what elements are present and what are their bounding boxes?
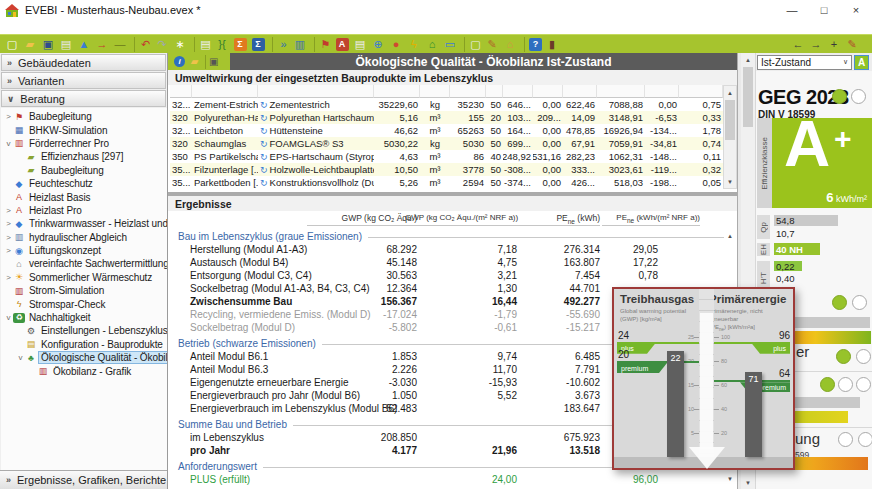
tree-item-nachhaltigkeit[interactable]: v ♻ Nachhaltigkeit [1,311,167,324]
tree-item-konfiguration-bauprodukte[interactable]: ▤ Konfiguration - Bauprodukte [1,338,167,351]
tree-item-heizlast-pro[interactable]: > A Heizlast Pro [1,204,167,217]
add-variant-icon[interactable]: + [826,37,842,52]
column-header[interactable] [420,85,450,98]
import-icon[interactable]: ▲ [76,37,92,52]
house-icon[interactable]: ⌂ [424,37,440,52]
chart-edit-icon[interactable]: ✎ [484,37,500,52]
maximize-button[interactable]: □ [808,0,840,20]
scroll-up-icon[interactable]: ▲ [741,53,755,66]
tree-item-hydraulischer-abgleich[interactable]: > ▥ hydraulischer Abgleich [1,231,167,244]
column-header[interactable] [170,85,192,98]
tree-expander[interactable]: v [16,353,25,362]
report-icon[interactable]: ▤ [194,37,212,52]
tree-item-heizlast-basis[interactable]: A Heizlast Basis [1,190,167,203]
column-header[interactable] [503,85,533,98]
tree-item-trinkwarmwasser[interactable]: > ◆ Trinkwarmwasser - Heizlast und Bedar… [1,217,167,230]
notes-icon[interactable]: ▤ [352,37,368,52]
column-header[interactable] [597,85,645,98]
tree-expander[interactable]: > [4,233,13,242]
tree-expander[interactable]: v [4,313,13,322]
monitor-icon[interactable]: ▭ [442,37,458,52]
tree-item-stromspar-check[interactable]: ϟ Stromspar-Check [1,297,167,310]
table-row[interactable]: 32... Zement-Estrich ↻Zementestrich 3522… [170,98,723,111]
class-a-button[interactable]: A [854,55,869,70]
open-folder-icon[interactable]: ▰ [22,37,38,52]
close-button[interactable]: × [840,0,872,20]
chart-list-icon[interactable]: ▥ [292,37,308,52]
minimize-button[interactable]: — [776,0,808,20]
back-icon[interactable]: ← [790,37,806,52]
help-icon[interactable]: ? [524,37,542,52]
tree-expander[interactable]: > [4,273,13,282]
wand-icon[interactable]: ∗ [172,37,188,52]
export-folder-icon[interactable]: ▰ [187,55,202,69]
tree-item-bhkw-simulation[interactable]: ▦ BHKW-Simulation [1,123,167,136]
scroll-up-icon[interactable]: ▲ [723,229,737,242]
table-row[interactable]: 35... Parkettboden [...] ↻Konstruktionsv… [170,176,723,189]
tree-item-feuchteschutz[interactable]: ◆ Feuchteschutz [1,177,167,190]
tree-item-einstellungen-lebenszyklus[interactable]: ⚙ Einstellungen - Lebenszyklus [1,324,167,337]
flow-icon[interactable]: » [272,37,290,52]
tree-item-oekologische-qualitaet[interactable]: v ♣ Ökologische Qualität - Ökobilanz [1,351,167,364]
flag-icon[interactable]: ⚑ [314,37,332,52]
tree-expander[interactable]: > [4,246,13,255]
table-row[interactable]: 320 Polyurethan-Ha... ↻Polyurethan Harts… [170,111,723,124]
sum-orange-icon[interactable]: Σ [232,37,248,52]
more-icon[interactable]: — [112,37,128,52]
copy-icon[interactable]: ▤ [58,37,74,52]
table-row[interactable]: 350 PS Partikelschaum ↻EPS-Hartschaum (S… [170,150,723,163]
lca-benchmark-popup[interactable]: Treibhausgas Global warming potential(GW… [612,287,795,470]
column-header[interactable] [533,85,563,98]
column-header[interactable] [374,85,420,98]
scroll-down-icon[interactable]: ▼ [724,175,736,188]
sum-blue-icon[interactable]: Σ [250,37,266,52]
tree-expander[interactable]: > [4,112,13,121]
save-icon[interactable]: ▣ [40,37,56,52]
sidebar-section-beratung[interactable]: ∨ Beratung [1,90,166,107]
tree-expander[interactable]: > [4,219,13,228]
tree-item-lueftungskonzept[interactable]: > ◉ Lüftungskonzept [1,244,167,257]
redo-icon[interactable]: ↷ [154,37,170,52]
sidebar-section-ergebnisse[interactable]: » Ergebnisse, Grafiken, Berichte [0,470,167,489]
window-icon[interactable]: ▢ [464,37,482,52]
scroll-down-icon[interactable]: ▼ [723,472,737,485]
exit-icon[interactable]: ▮ [544,37,560,52]
new-file-icon[interactable]: ▢ [4,37,20,52]
bolt-icon[interactable]: ϟ [406,37,422,52]
tree-item-baubegleitung[interactable]: > ⚑ Baubegleitung [1,110,167,123]
tree-expander[interactable]: v [4,139,13,148]
table-row[interactable]: 35... Filzunterlage [...] ↻Holzwolle-Lei… [170,163,723,176]
sidebar-section-gebaeudedaten[interactable]: » Gebäudedaten [1,54,166,71]
column-header[interactable] [450,85,486,98]
column-header[interactable] [679,85,723,98]
tree-expander[interactable]: > [4,206,13,215]
column-header[interactable] [563,85,597,98]
sidebar-section-varianten[interactable]: » Varianten [1,72,166,89]
edit-variant-icon[interactable]: ✎ [844,37,860,52]
tree-item-sachwertermittlung[interactable]: ⌂ vereinfachte Sachwertermittlung [1,257,167,270]
export-icon[interactable]: → [94,37,110,52]
dot-icon[interactable]: ● [388,37,404,52]
column-header[interactable] [486,85,503,98]
globe-icon[interactable]: ⊕ [370,37,386,52]
tree-item-oekobilanz-grafik[interactable]: ▥ Ökobilanz - Grafik [1,364,167,377]
tree-item-strom-simulation[interactable]: ▥ Strom-Simulation [1,284,167,297]
tree-item-foerderrechner-pro[interactable]: v ▥ Förderrechner Pro [1,137,167,150]
tree-item-effizienzhaus[interactable]: ▰ Effizienzhaus [297] [1,150,167,163]
scrollbar-thumb[interactable] [725,100,735,140]
variant-select[interactable]: Ist-Zustand ∨ [757,55,852,70]
brace-icon[interactable]: }{ [214,37,230,52]
tree-item-baubegleitung-2[interactable]: ▰ Baubegleitung [1,164,167,177]
table-row[interactable]: 320 Schaumglas ↻FOAMGLAS® S3 5030,22 kg … [170,137,723,150]
scrollbar-thumb[interactable] [743,67,753,127]
roof-icon[interactable]: ⌂ [502,37,518,52]
forward-icon[interactable]: → [808,37,824,52]
scroll-up-icon[interactable]: ▲ [724,86,736,99]
column-header[interactable] [258,85,374,98]
undo-icon[interactable]: ↶ [134,37,152,52]
table-row[interactable]: 32... Leichtbeton ↻Hüttensteine 46,62 m³… [170,124,723,137]
copy-view-icon[interactable]: ▣ [205,55,218,69]
tree-item-sommerlicher-waermeschutz[interactable]: > ☀ Sommerlicher Wärmeschutz [1,271,167,284]
table-scrollbar[interactable]: ▲ ▼ [723,85,737,189]
column-header[interactable] [645,85,679,98]
